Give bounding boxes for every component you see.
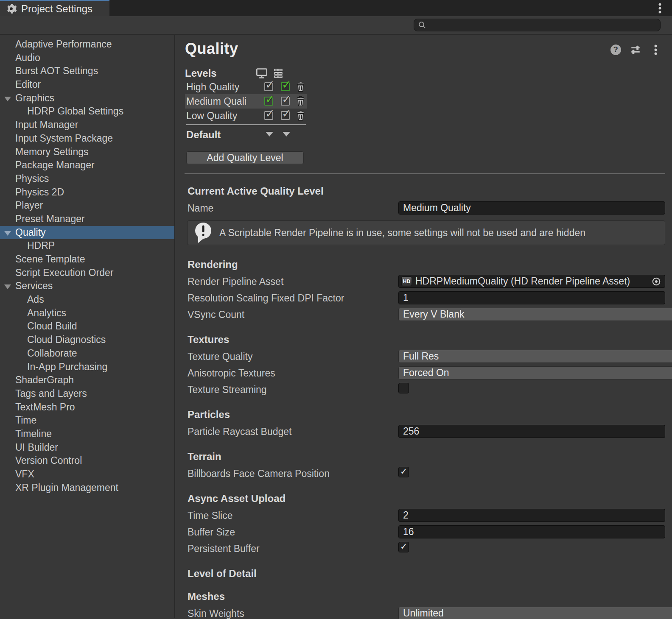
default-quality-dropdown[interactable] [266, 132, 273, 137]
quality-settings-panel: Quality ? [175, 35, 672, 618]
platform-default-checkbox-checked[interactable]: ✓ [264, 96, 274, 106]
sidebar-item-vfx[interactable]: VFX [0, 468, 174, 481]
search-input[interactable] [414, 19, 661, 31]
sidebar-item-xr-plugin-management[interactable]: XR Plugin Management [0, 481, 174, 495]
trash-icon[interactable] [296, 81, 305, 94]
sidebar-item-scene-template[interactable]: Scene Template [0, 253, 174, 266]
sidebar-item-burst-aot-settings[interactable]: Burst AOT Settings [0, 64, 174, 78]
foldout-arrow-icon[interactable] [4, 284, 11, 289]
form-row: Skin WeightsUnlimited [175, 605, 672, 619]
quality-level-row[interactable]: Low Quality✓✓ [185, 109, 307, 123]
presets-icon[interactable] [630, 44, 641, 55]
quality-level-row[interactable]: High Quality✓✓ [185, 80, 307, 94]
name-field[interactable]: Medium Quality [398, 201, 665, 215]
sidebar-item-ads[interactable]: Ads [0, 293, 174, 307]
anisotropic-textures-dropdown[interactable]: Forced On [398, 366, 672, 379]
add-quality-level-button[interactable]: Add Quality Level [186, 151, 304, 164]
sidebar-item-hdrp-global-settings[interactable]: HDRP Global Settings [0, 105, 174, 118]
section-heading: Terrain [188, 451, 672, 463]
time-slice-field[interactable]: 2 [398, 509, 665, 522]
sidebar-item-graphics[interactable]: Graphics [0, 92, 174, 105]
sidebar-item-script-execution-order[interactable]: Script Execution Order [0, 266, 174, 280]
resolution-scaling-fixed-dpi-factor-field[interactable]: 1 [398, 291, 665, 304]
section-rendering: RenderingRender Pipeline AssetHDHDRPMedi… [175, 259, 672, 323]
particle-raycast-budget-field[interactable]: 256 [398, 425, 665, 438]
form-row: VSync CountEvery V Blank [175, 306, 672, 323]
sidebar-item-package-manager[interactable]: Package Manager [0, 159, 174, 172]
field-label: Billboards Face Camera Position [188, 468, 330, 479]
form-row: Texture QualityFull Res [175, 348, 672, 365]
sidebar-item-in-app-purchasing[interactable]: In-App Purchasing [0, 360, 174, 374]
kebab-menu-icon[interactable] [650, 44, 661, 55]
sidebar-item-cloud-build[interactable]: Cloud Build [0, 320, 174, 333]
foldout-arrow-icon[interactable] [4, 231, 11, 236]
platform-checkbox-checked[interactable]: ✓ [280, 96, 290, 106]
platform-checkbox-checked[interactable]: ✓ [264, 111, 274, 120]
sidebar-item-physics-2d[interactable]: Physics 2D [0, 186, 174, 199]
sidebar-item-analytics[interactable]: Analytics [0, 307, 174, 320]
help-icon[interactable]: ? [610, 44, 621, 55]
field-label: Render Pipeline Asset [188, 276, 283, 287]
trash-icon[interactable] [296, 110, 305, 123]
form-row: Buffer Size16 [175, 524, 672, 540]
form-row: Render Pipeline AssetHDHDRPMediumQuality… [175, 273, 672, 290]
object-picker-icon[interactable] [650, 276, 662, 287]
sidebar-item-collaborate[interactable]: Collaborate [0, 347, 174, 360]
sidebar-item-timeline[interactable]: Timeline [0, 427, 174, 441]
form-row: Texture Streaming [175, 381, 672, 398]
sidebar-item-preset-manager[interactable]: Preset Manager [0, 212, 174, 226]
persistent-buffer-checkbox[interactable] [398, 542, 409, 552]
platform-default-checkbox-checked[interactable]: ✓ [280, 82, 290, 92]
object-field-value: HDRPMediumQuality (HD Render Pipeline As… [415, 276, 647, 287]
sidebar-item-physics[interactable]: Physics [0, 172, 174, 186]
sidebar-item-editor[interactable]: Editor [0, 78, 174, 92]
billboards-face-camera-position-checkbox[interactable] [398, 467, 409, 477]
texture-quality-dropdown[interactable]: Full Res [398, 350, 672, 363]
quality-level-row[interactable]: Medium Quali✓✓ [185, 94, 307, 109]
sidebar-item-time[interactable]: Time [0, 414, 174, 427]
search-icon [418, 21, 426, 29]
section-heading: Level of Detail [188, 568, 672, 580]
levels-header-label: Levels [185, 67, 219, 79]
section-meshes: MeshesSkin WeightsUnlimited [175, 591, 672, 619]
field-label: Texture Quality [188, 351, 252, 362]
sidebar-item-cloud-diagnostics[interactable]: Cloud Diagnostics [0, 333, 174, 347]
project-settings-tab[interactable]: Project Settings [0, 0, 109, 16]
foldout-arrow-icon[interactable] [4, 97, 11, 101]
sidebar-item-ui-builder[interactable]: UI Builder [0, 441, 174, 454]
window-tab-bar: Project Settings [0, 0, 672, 16]
sidebar-item-player[interactable]: Player [0, 199, 174, 212]
field-label: Texture Streaming [188, 384, 267, 395]
trash-icon[interactable] [296, 96, 305, 109]
sidebar-item-shadergraph[interactable]: ShaderGraph [0, 374, 174, 387]
texture-streaming-checkbox[interactable] [398, 383, 409, 393]
quality-levels-table: Levels [185, 67, 313, 164]
vsync-count-dropdown[interactable]: Every V Blank [398, 308, 672, 321]
platform-checkbox-checked[interactable]: ✓ [264, 82, 274, 92]
sidebar-item-adaptive-performance[interactable]: Adaptive Performance [0, 38, 174, 51]
field-label: Anisotropic Textures [188, 367, 275, 379]
sidebar-item-input-manager[interactable]: Input Manager [0, 118, 174, 132]
sidebar-item-hdrp[interactable]: HDRP [0, 239, 174, 253]
sidebar-item-textmesh-pro[interactable]: TextMesh Pro [0, 401, 174, 414]
render-pipeline-asset-object-field[interactable]: HDHDRPMediumQuality (HD Render Pipeline … [398, 275, 665, 288]
sidebar-item-audio[interactable]: Audio [0, 51, 174, 65]
kebab-menu-icon[interactable] [654, 3, 665, 14]
default-quality-dropdown[interactable] [283, 132, 290, 137]
sidebar-item-tags-and-layers[interactable]: Tags and Layers [0, 387, 174, 401]
form-row: Billboards Face Camera Position [175, 465, 672, 482]
section-level-of-detail: Level of Detail [175, 568, 672, 580]
sidebar-item-memory-settings[interactable]: Memory Settings [0, 145, 174, 159]
warning-bubble-icon [193, 222, 213, 244]
form-row: Resolution Scaling Fixed DPI Factor1 [175, 290, 672, 306]
skin-weights-dropdown[interactable]: Unlimited [398, 607, 672, 619]
sidebar-item-input-system-package[interactable]: Input System Package [0, 132, 174, 145]
field-label: Particle Raycast Budget [188, 426, 291, 437]
platform-checkbox-checked[interactable]: ✓ [280, 111, 290, 120]
section-heading: Current Active Quality Level [188, 185, 672, 197]
sidebar-item-services[interactable]: Services [0, 279, 174, 293]
sidebar-item-version-control[interactable]: Version Control [0, 454, 174, 468]
buffer-size-field[interactable]: 16 [398, 525, 665, 538]
quality-level-name: High Quality [186, 81, 258, 93]
sidebar-item-quality[interactable]: Quality [0, 226, 174, 240]
